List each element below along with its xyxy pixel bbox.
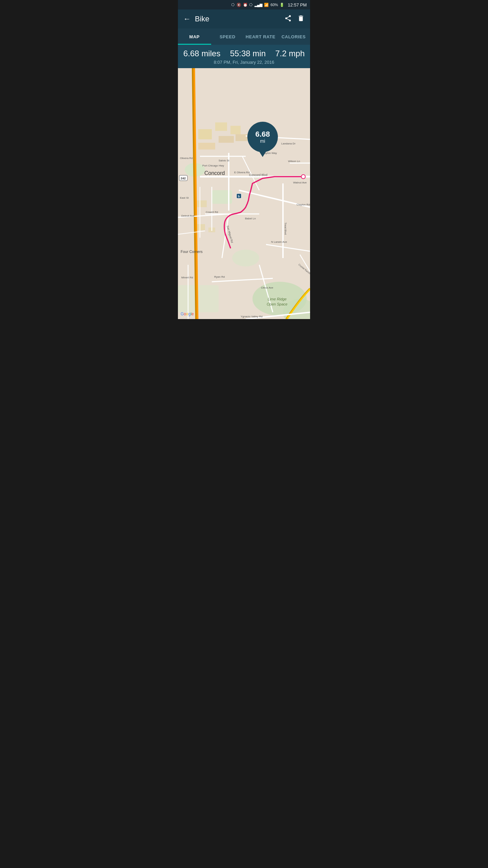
svg-point-6 <box>232 250 259 267</box>
svg-rect-14 <box>197 224 205 230</box>
bubble-distance: 6.68 <box>256 130 270 138</box>
header-actions <box>284 15 305 24</box>
mute-icon: 🔇 <box>237 3 241 7</box>
status-time: 12:57 PM <box>288 2 307 7</box>
svg-rect-12 <box>236 134 247 141</box>
stat-speed: 7.2 mph <box>275 49 305 58</box>
wifi-icon: 📶 <box>264 3 269 7</box>
delete-button[interactable] <box>297 15 305 24</box>
nfc-icon: ⭔ <box>249 3 253 7</box>
svg-rect-10 <box>198 143 215 150</box>
status-icons: ⭔ 🔇 ⏰ ⭔ ▂▄▆ 📶 60% 🔋 <box>231 3 285 7</box>
svg-text:Salvio St: Salvio St <box>219 159 229 162</box>
svg-text:Ryan Rd: Ryan Rd <box>214 275 225 278</box>
svg-text:Treat Blvd: Treat Blvd <box>284 222 287 235</box>
battery-level: 60% <box>270 3 278 7</box>
svg-text:Port Chicago Hwy: Port Chicago Hwy <box>202 164 224 167</box>
alarm-icon: ⏰ <box>243 3 248 7</box>
svg-text:Lime Ridge: Lime Ridge <box>268 297 287 301</box>
tab-bar: MAP SPEED HEART RATE CALORIES <box>178 28 310 45</box>
svg-text:Concord: Concord <box>204 170 225 176</box>
battery-icon: 🔋 <box>280 3 284 7</box>
svg-text:b: b <box>238 195 240 198</box>
svg-text:Minert Rd: Minert Rd <box>181 276 193 279</box>
svg-text:Concord Blvd: Concord Blvd <box>249 173 267 177</box>
svg-text:242: 242 <box>181 177 186 180</box>
svg-text:Open Space: Open Space <box>267 302 287 306</box>
bluetooth-icon: ⭔ <box>231 3 235 7</box>
signal-icon: ▂▄▆ <box>255 3 263 7</box>
svg-rect-7 <box>198 129 212 139</box>
svg-text:Wilson Ln: Wilson Ln <box>288 160 300 163</box>
distance-bubble: 6.68 mi <box>247 122 278 152</box>
svg-rect-8 <box>215 122 227 131</box>
svg-text:N Larwin Ave: N Larwin Ave <box>271 240 287 243</box>
svg-point-64 <box>301 175 305 179</box>
svg-text:Four Corners: Four Corners <box>181 250 203 254</box>
svg-text:Citrus Ave: Citrus Ave <box>261 286 273 289</box>
svg-text:Ygnacio Valley Rd: Ygnacio Valley Rd <box>241 315 263 318</box>
tab-speed[interactable]: SPEED <box>211 28 244 45</box>
svg-text:Detroit Ave: Detroit Ave <box>181 214 195 217</box>
share-button[interactable] <box>284 15 292 24</box>
svg-text:East St: East St <box>180 196 189 199</box>
google-logo: Google <box>181 312 194 316</box>
svg-text:E Olivera Rd: E Olivera Rd <box>234 171 249 174</box>
stats-row: 6.68 miles 55:38 min 7.2 mph <box>183 49 305 58</box>
header: ← Bike <box>178 9 310 28</box>
status-bar: ⭔ 🔇 ⏰ ⭔ ▂▄▆ 📶 60% 🔋 12:57 PM <box>178 0 310 9</box>
back-button[interactable]: ← <box>183 15 191 23</box>
bubble-unit: mi <box>260 138 265 144</box>
svg-rect-13 <box>197 200 207 207</box>
svg-text:Landana Dr: Landana Dr <box>281 142 296 145</box>
stats-bar: 6.68 miles 55:38 min 7.2 mph 8:07 PM, Fr… <box>178 45 310 68</box>
stat-duration: 55:38 min <box>230 49 266 58</box>
page-title: Bike <box>195 15 284 23</box>
tab-calories[interactable]: CALORIES <box>277 28 310 45</box>
svg-text:Clayton Rd: Clayton Rd <box>297 203 310 206</box>
svg-rect-9 <box>230 126 241 134</box>
map-svg: Concord Blvd Clayton Rd Cowell Rd Treat … <box>178 68 310 319</box>
svg-text:Walnut Ave: Walnut Ave <box>293 181 307 184</box>
tab-map[interactable]: MAP <box>178 28 211 45</box>
stats-date: 8:07 PM, Fri, January 22, 2016 <box>183 60 305 65</box>
svg-rect-11 <box>219 136 234 143</box>
tab-heart-rate[interactable]: HEART RATE <box>244 28 277 45</box>
svg-text:Babel Ln: Babel Ln <box>245 217 256 220</box>
stat-distance: 6.68 miles <box>183 49 220 58</box>
svg-text:Cowell Rd: Cowell Rd <box>206 211 218 214</box>
svg-text:Olivera Rd: Olivera Rd <box>180 157 193 160</box>
map-container[interactable]: Concord Blvd Clayton Rd Cowell Rd Treat … <box>178 68 310 319</box>
